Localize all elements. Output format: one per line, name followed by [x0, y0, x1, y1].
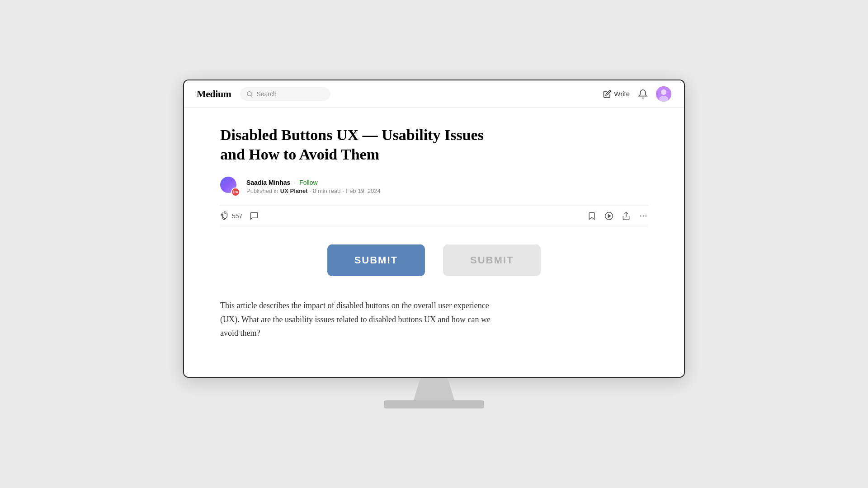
article-content: Disabled Buttons UX — Usability Issues a…: [184, 108, 684, 377]
author-row: UX Saadia Minhas · Follow Published in U…: [220, 177, 648, 197]
more-button[interactable]: [639, 211, 648, 221]
action-right: [587, 211, 648, 221]
publication-link[interactable]: UX Planet: [280, 188, 308, 194]
svg-point-3: [661, 89, 666, 95]
meta-separator-2: ·: [343, 188, 344, 194]
action-left: 557: [220, 211, 259, 221]
play-button[interactable]: [604, 211, 613, 221]
clap-count: 557: [232, 212, 242, 220]
comment-button[interactable]: [250, 211, 259, 221]
clap-button[interactable]: 557: [220, 211, 242, 221]
svg-marker-6: [608, 215, 610, 218]
medium-logo: Medium: [197, 88, 231, 100]
more-icon: [639, 211, 648, 221]
author-name: Saadia Minhas: [246, 179, 290, 186]
notifications-button[interactable]: [638, 89, 648, 99]
svg-point-9: [643, 216, 644, 217]
search-input-label: Search: [256, 90, 276, 98]
monitor-stand-base: [384, 400, 484, 408]
submit-active-button[interactable]: SUBMIT: [327, 244, 425, 276]
topbar-right: Write: [603, 86, 671, 102]
search-icon: [246, 91, 253, 97]
dot-separator: ·: [294, 179, 296, 186]
edit-icon: [603, 90, 611, 98]
author-info: Saadia Minhas · Follow Published in UX P…: [246, 179, 381, 194]
search-bar[interactable]: Search: [240, 87, 330, 101]
bookmark-icon: [587, 211, 596, 221]
publication-badge: UX: [231, 188, 240, 197]
published-prefix: Published in: [246, 188, 278, 194]
article-title: Disabled Buttons UX — Usability Issues a…: [220, 126, 491, 164]
bookmark-button[interactable]: [587, 211, 596, 221]
meta-separator-1: ·: [310, 188, 311, 194]
bell-icon: [638, 89, 648, 99]
read-time: 8 min read: [313, 188, 340, 194]
svg-point-8: [640, 216, 642, 217]
svg-line-1: [251, 95, 252, 96]
comment-icon: [250, 211, 259, 221]
topbar: Medium Search Write: [184, 80, 684, 108]
action-bar: 557: [220, 206, 648, 226]
article-body-text: This article describes the impact of dis…: [220, 299, 491, 340]
svg-point-0: [247, 91, 251, 95]
demo-buttons-area: SUBMIT SUBMIT: [220, 244, 648, 276]
user-avatar[interactable]: [656, 86, 671, 102]
monitor-stand-neck: [411, 378, 457, 400]
avatar-image: [656, 86, 671, 102]
author-meta: Published in UX Planet · 8 min read · Fe…: [246, 188, 381, 194]
write-button[interactable]: Write: [603, 90, 630, 98]
submit-disabled-button: SUBMIT: [443, 244, 541, 276]
play-icon: [604, 211, 613, 221]
svg-point-10: [646, 216, 647, 217]
share-icon: [622, 211, 631, 221]
publish-date: Feb 19, 2024: [346, 188, 381, 194]
author-name-row: Saadia Minhas · Follow: [246, 179, 381, 186]
clap-icon: [220, 211, 229, 221]
topbar-left: Medium Search: [197, 87, 330, 101]
author-avatar-wrapper: UX: [220, 177, 240, 197]
follow-button[interactable]: Follow: [299, 179, 317, 186]
write-label: Write: [614, 90, 630, 98]
share-button[interactable]: [622, 211, 631, 221]
